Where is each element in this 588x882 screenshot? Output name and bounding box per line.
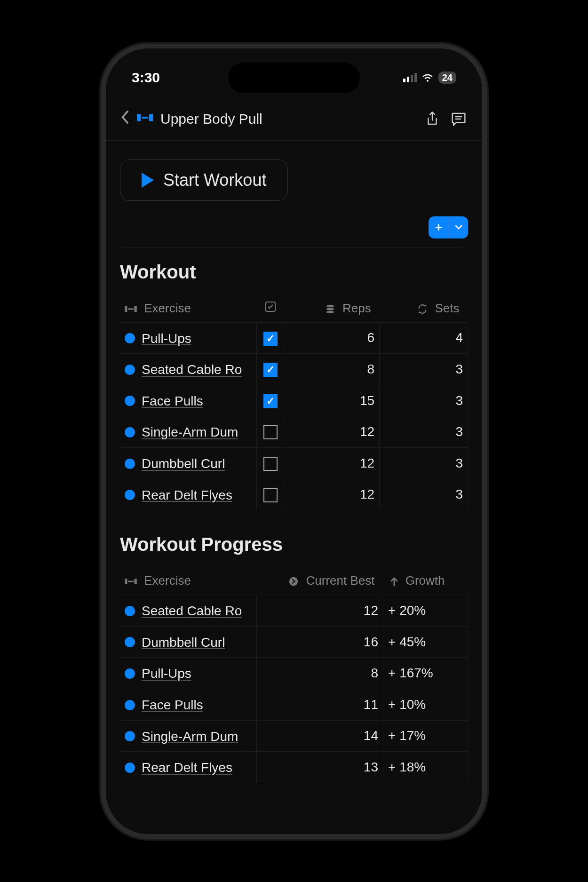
- sets-cell[interactable]: 3: [380, 385, 468, 416]
- table-row[interactable]: Rear Delt Flyes 12 3: [120, 479, 468, 510]
- growth-cell[interactable]: + 18%: [383, 752, 468, 783]
- best-cell[interactable]: 14: [256, 720, 383, 752]
- exercise-cell[interactable]: Seated Cable Ro: [120, 595, 256, 627]
- reps-cell[interactable]: 15: [285, 385, 380, 416]
- exercise-cell[interactable]: Rear Delt Flyes: [120, 752, 256, 783]
- start-workout-button[interactable]: Start Workout: [120, 159, 288, 201]
- table-row[interactable]: Seated Cable Ro 12 + 20%: [120, 595, 468, 627]
- chevron-down-icon: [449, 216, 468, 238]
- page-title: Upper Body Pull: [160, 111, 415, 127]
- svg-point-11: [326, 310, 334, 313]
- chevron-left-icon: [120, 110, 129, 124]
- exercise-checkbox[interactable]: ✓: [263, 363, 278, 377]
- exercise-checkbox[interactable]: [263, 488, 278, 502]
- table-row[interactable]: Pull-Ups 8 + 167%: [120, 658, 468, 689]
- best-cell[interactable]: 12: [256, 595, 383, 627]
- exercise-cell[interactable]: Face Pulls: [120, 385, 256, 416]
- checkbox-cell[interactable]: [256, 447, 285, 479]
- status-dot: [125, 763, 135, 773]
- exercise-cell[interactable]: Pull-Ups: [120, 322, 256, 354]
- back-button[interactable]: [120, 110, 129, 128]
- exercise-name: Dumbbell Curl: [142, 635, 225, 649]
- table-row[interactable]: Dumbbell Curl 16 + 45%: [120, 626, 468, 658]
- exercise-cell[interactable]: Rear Delt Flyes: [120, 479, 256, 510]
- workout-table: Exercise Reps Sets: [120, 294, 468, 511]
- col-header-exercise[interactable]: Exercise: [120, 567, 256, 595]
- sets-cell[interactable]: 4: [380, 322, 468, 354]
- reps-cell[interactable]: 12: [285, 447, 380, 479]
- sets-cell[interactable]: 3: [380, 447, 468, 479]
- exercise-cell[interactable]: Dumbbell Curl: [120, 447, 256, 479]
- col-header-exercise[interactable]: Exercise: [120, 294, 256, 323]
- progress-section-title: Workout Progress: [120, 534, 468, 555]
- table-row[interactable]: Face Pulls 11 + 10%: [120, 689, 468, 720]
- sets-cell[interactable]: 3: [380, 416, 468, 448]
- checkbox-cell[interactable]: [256, 416, 285, 448]
- best-cell[interactable]: 13: [256, 752, 383, 783]
- exercise-checkbox[interactable]: [263, 457, 278, 471]
- svg-rect-7: [135, 306, 137, 312]
- best-cell[interactable]: 11: [256, 689, 383, 720]
- exercise-cell[interactable]: Single-Arm Dum: [120, 416, 256, 448]
- checkbox-cell[interactable]: ✓: [256, 385, 285, 416]
- status-dot: [125, 606, 135, 616]
- checkbox-cell[interactable]: ✓: [256, 322, 285, 354]
- exercise-name: Single-Arm Dum: [142, 425, 238, 439]
- svg-rect-13: [128, 581, 134, 582]
- status-dot: [125, 700, 135, 710]
- exercise-cell[interactable]: Face Pulls: [120, 689, 256, 720]
- reps-cell[interactable]: 12: [285, 479, 380, 510]
- refresh-icon: [417, 304, 428, 314]
- best-cell[interactable]: 16: [256, 626, 383, 658]
- exercise-cell[interactable]: Single-Arm Dum: [120, 720, 256, 752]
- col-header-check[interactable]: [256, 294, 285, 323]
- reps-cell[interactable]: 12: [285, 416, 380, 448]
- svg-point-10: [326, 308, 334, 310]
- status-right: 24: [403, 72, 456, 84]
- growth-cell[interactable]: + 20%: [383, 595, 468, 627]
- status-dot: [125, 396, 135, 406]
- exercise-cell[interactable]: Seated Cable Ro: [120, 354, 256, 385]
- col-header-sets[interactable]: Sets: [380, 294, 468, 323]
- growth-cell[interactable]: + 167%: [383, 658, 468, 689]
- table-row[interactable]: Single-Arm Dum 12 3: [120, 416, 468, 448]
- sets-cell[interactable]: 3: [380, 479, 468, 510]
- exercise-name: Single-Arm Dum: [142, 729, 238, 743]
- comments-button[interactable]: [449, 110, 468, 128]
- exercise-cell[interactable]: Dumbbell Curl: [120, 626, 256, 658]
- reps-cell[interactable]: 6: [285, 322, 380, 354]
- table-row[interactable]: Dumbbell Curl 12 3: [120, 447, 468, 479]
- exercise-name: Rear Delt Flyes: [142, 487, 232, 502]
- table-row[interactable]: Single-Arm Dum 14 + 17%: [120, 720, 468, 752]
- checkbox-cell[interactable]: [256, 479, 285, 510]
- workout-section-title: Workout: [120, 262, 468, 283]
- table-row[interactable]: Seated Cable Ro ✓ 8 3: [120, 354, 468, 385]
- status-dot: [125, 490, 135, 500]
- exercise-checkbox[interactable]: ✓: [263, 332, 278, 346]
- table-row[interactable]: Rear Delt Flyes 13 + 18%: [120, 752, 468, 783]
- growth-cell[interactable]: + 17%: [383, 720, 468, 752]
- checkbox-cell[interactable]: ✓: [256, 354, 285, 385]
- svg-rect-12: [125, 579, 127, 584]
- sets-cell[interactable]: 3: [380, 354, 468, 385]
- add-button[interactable]: +: [429, 216, 468, 238]
- growth-cell[interactable]: + 45%: [383, 626, 468, 658]
- exercise-cell[interactable]: Pull-Ups: [120, 658, 256, 689]
- col-header-best[interactable]: Current Best: [256, 567, 383, 595]
- svg-rect-5: [125, 306, 127, 312]
- share-icon: [425, 111, 439, 127]
- table-row[interactable]: Face Pulls ✓ 15 3: [120, 385, 468, 416]
- table-row[interactable]: Pull-Ups ✓ 6 4: [120, 322, 468, 354]
- col-header-reps[interactable]: Reps: [285, 294, 380, 323]
- exercise-checkbox[interactable]: ✓: [263, 394, 278, 408]
- exercise-name: Seated Cable Ro: [142, 362, 242, 377]
- col-header-growth[interactable]: Growth: [383, 567, 468, 595]
- checkbox-icon: [265, 301, 276, 315]
- share-button[interactable]: [423, 110, 442, 128]
- best-cell[interactable]: 8: [256, 658, 383, 689]
- growth-cell[interactable]: + 10%: [383, 689, 468, 720]
- signal-icon: [403, 73, 417, 82]
- exercise-name: Pull-Ups: [142, 666, 191, 681]
- reps-cell[interactable]: 8: [285, 354, 380, 385]
- exercise-checkbox[interactable]: [263, 425, 278, 439]
